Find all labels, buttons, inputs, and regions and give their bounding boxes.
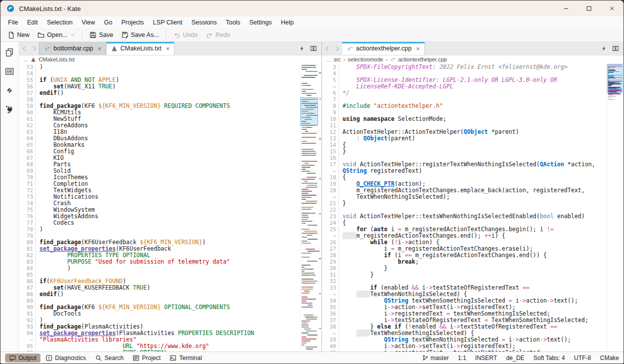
code-line[interactable]: ↪ TextWhenNothingIsSelected); [322,194,606,200]
statusbar-diagnostics-button[interactable]: Diagnostics [42,354,90,363]
history-back-button[interactable] [19,42,29,55]
breadcrumb-item[interactable]: ... [24,56,28,62]
line-number[interactable]: ↪ [322,83,339,90]
line-number[interactable]: 24 [322,220,339,226]
line-number[interactable]: 26 [322,239,339,246]
line-number[interactable]: ↪ [322,168,339,174]
menu-edit[interactable]: Edit [22,18,42,27]
line-number[interactable]: 55 [19,77,36,83]
line-number[interactable]: 54 [19,70,36,77]
code-line[interactable]: 10using namespace SelectionMode; [322,116,606,122]
line-number[interactable]: 80 [19,239,36,246]
menu-go[interactable]: Go [100,18,117,27]
line-number[interactable]: 90 [19,304,36,311]
code-line[interactable]: ↪QString registeredText) [322,168,606,174]
statusbar-master[interactable]: master [422,355,449,362]
menu-help[interactable]: Help [276,18,298,27]
line-number[interactable]: 94 [19,330,36,337]
line-number[interactable]: 5 [322,77,339,83]
line-number[interactable]: ↪ [322,330,339,337]
code-line[interactable]: 6*/ [322,90,606,96]
new-button[interactable]: New [4,30,34,40]
code-line[interactable]: 53) [19,64,300,70]
code-area-left[interactable]: 53)5455if (UNIX AND NOT APPLE)56 set(HAV… [19,63,300,352]
code-line[interactable]: 57endif() [19,90,300,96]
open-button[interactable]: Open... [34,30,79,40]
tab-close-icon[interactable]: × [166,45,170,52]
code-line[interactable]: 31 } [322,272,606,278]
menu-lsp-client[interactable]: LSP Client [148,18,187,27]
minimap-viewport-left[interactable] [300,97,318,126]
line-number[interactable]: 28 [322,252,339,259]
line-number[interactable]: 23 [322,213,339,220]
line-number[interactable]: 15 [322,148,339,155]
line-number[interactable]: 88 [19,291,36,298]
line-number[interactable]: 31 [322,272,339,278]
tab-actiontexthelper-cpp[interactable]: c++actiontexthelper.cpp× [342,42,425,55]
line-number[interactable]: 69 [19,168,36,174]
code-line[interactable]: 78) [19,226,300,233]
line-number[interactable]: ↪ [322,233,339,239]
quick-open-lightning-icon[interactable] [299,45,305,51]
line-number[interactable]: 74 [19,200,36,207]
line-number[interactable]: 27 [322,246,339,252]
line-number[interactable]: 60 [19,109,36,116]
line-number[interactable]: 39 [322,337,339,343]
sidebar-tool-plug-icon[interactable] [4,104,15,115]
line-number[interactable]: 34 [322,298,339,304]
line-number[interactable]: 7 [322,96,339,103]
line-number[interactable]: 89 [19,298,36,304]
line-number[interactable]: 86 [19,278,36,285]
code-line[interactable]: ↪ LicenseRef-KDE-Accepted-LGPL [322,83,606,90]
statusbar-soft-tabs-4[interactable]: Soft Tabs: 4 [534,355,565,362]
code-line[interactable]: 21} [322,200,606,207]
line-number[interactable]: 3 [322,64,339,70]
line-number[interactable]: 73 [19,194,36,200]
line-number[interactable]: 40 [322,343,339,350]
history-forward-button[interactable] [332,42,342,55]
statusbar-project-button[interactable]: Project [128,354,164,363]
menu-view[interactable]: View [77,18,100,27]
line-number[interactable]: 8 [322,103,339,109]
statusbar-1-1[interactable]: 1:1 [458,355,466,362]
breadcrumb-item[interactable]: ... [326,56,331,62]
line-number[interactable]: 58 [19,96,36,103]
line-number[interactable]: 35 [322,304,339,311]
line-number[interactable]: 9 [322,109,339,116]
line-number[interactable]: 76 [19,213,36,220]
line-number[interactable]: 79 [19,233,36,239]
tab-close-icon[interactable]: × [416,45,420,52]
quick-open-lightning-icon[interactable] [601,45,607,51]
line-number[interactable]: 78 [19,226,36,233]
line-number[interactable]: 29 [322,259,339,265]
statusbar-cmake[interactable]: CMake [600,355,619,362]
split-view-icon[interactable] [310,45,317,52]
sidebar-tool-git-diamond-icon[interactable] [4,85,15,96]
menu-settings[interactable]: Settings [245,18,276,27]
code-line[interactable]: 23void ActionTextHelper::textsWhenNothin… [322,213,606,220]
line-number[interactable]: 91 [19,311,36,317]
line-number[interactable]: 11 [322,122,339,129]
menu-selection[interactable]: Selection [42,18,77,27]
line-number[interactable]: 33 [322,285,339,291]
code-line[interactable]: 77 Codecs [19,220,300,226]
save-as-button[interactable]: Save As... [118,30,163,40]
line-number[interactable]: 75 [19,207,36,213]
line-number[interactable]: 14 [322,142,339,148]
line-number[interactable]: 71 [19,181,36,187]
line-number[interactable]: 20 [322,187,339,194]
line-number[interactable]: 17 [322,161,339,168]
line-number[interactable]: 81 [19,246,36,252]
code-line[interactable]: 91 DocTools [19,311,300,317]
line-number[interactable]: 82 [19,252,36,259]
line-number[interactable]: 63 [19,129,36,135]
line-number[interactable]: 32 [322,278,339,285]
statusbar-insert[interactable]: INSERT [475,355,497,362]
line-number[interactable]: 72 [19,187,36,194]
tab-close-icon[interactable]: × [98,45,102,52]
line-number[interactable]: 95 [19,343,36,350]
minimap-right[interactable] [606,63,624,352]
line-number[interactable]: 16 [322,155,339,161]
statusbar-terminal-button[interactable]: Terminal [166,354,206,363]
breadcrumb-item[interactable]: src [334,56,341,62]
